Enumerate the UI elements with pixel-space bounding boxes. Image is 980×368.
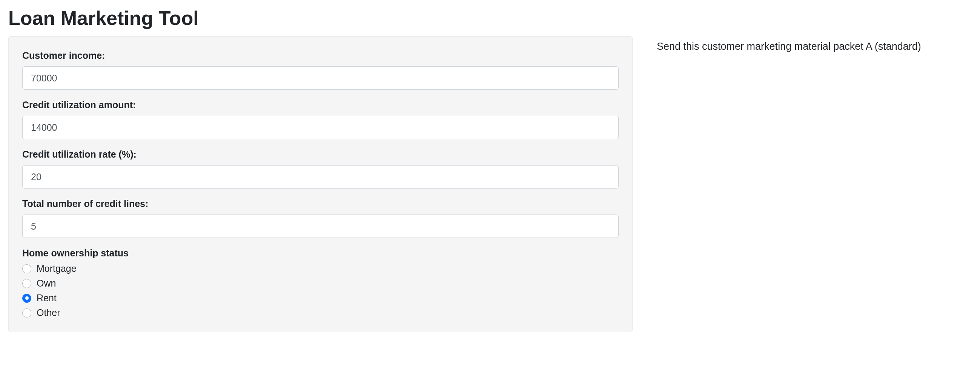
credit-util-amount-label: Credit utilization amount:: [22, 100, 619, 111]
home-ownership-option-mortgage[interactable]: Mortgage: [22, 263, 619, 274]
income-label: Customer income:: [22, 50, 619, 61]
page-title: Loan Marketing Tool: [0, 0, 980, 29]
radio-label: Own: [37, 278, 56, 289]
radio-label: Other: [37, 307, 60, 318]
form-panel: Customer income: Credit utilization amou…: [8, 36, 633, 332]
home-ownership-label: Home ownership status: [22, 248, 619, 259]
credit-util-rate-input[interactable]: [22, 165, 619, 189]
radio-icon: [22, 294, 31, 303]
radio-icon: [22, 279, 31, 288]
credit-lines-group: Total number of credit lines:: [22, 198, 619, 238]
home-ownership-option-other[interactable]: Other: [22, 307, 619, 318]
radio-label: Mortgage: [37, 263, 76, 274]
radio-label: Rent: [37, 293, 57, 303]
home-ownership-option-own[interactable]: Own: [22, 278, 619, 289]
credit-lines-input[interactable]: [22, 214, 619, 238]
credit-util-amount-input[interactable]: [22, 116, 619, 139]
output-panel: Send this customer marketing material pa…: [633, 36, 972, 52]
output-message: Send this customer marketing material pa…: [657, 41, 972, 52]
income-group: Customer income:: [22, 50, 619, 90]
home-ownership-group: Home ownership status Mortgage Own Rent …: [22, 248, 619, 318]
credit-lines-label: Total number of credit lines:: [22, 198, 619, 209]
credit-util-rate-label: Credit utilization rate (%):: [22, 149, 619, 160]
radio-icon: [22, 308, 31, 317]
credit-util-rate-group: Credit utilization rate (%):: [22, 149, 619, 189]
income-input[interactable]: [22, 67, 619, 90]
radio-icon: [22, 264, 31, 273]
home-ownership-option-rent[interactable]: Rent: [22, 293, 619, 303]
credit-util-amount-group: Credit utilization amount:: [22, 100, 619, 139]
